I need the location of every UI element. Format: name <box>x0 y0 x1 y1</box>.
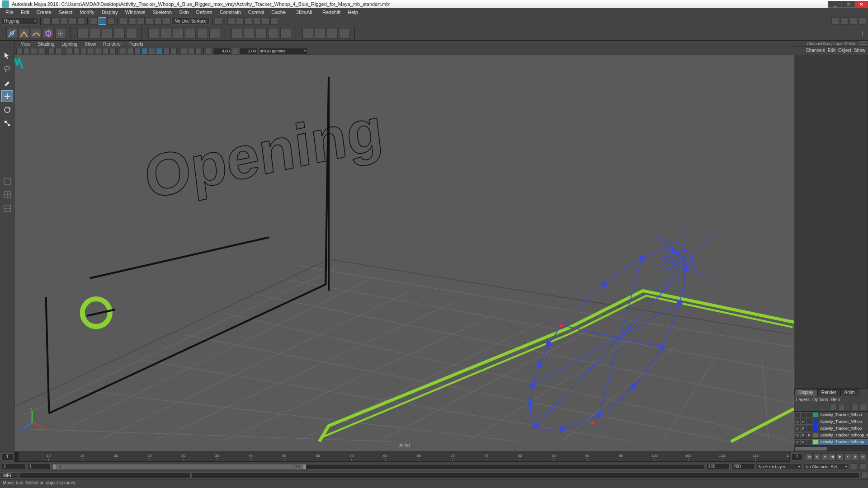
shelf-ikspline-icon[interactable] <box>31 28 42 39</box>
window-minimize-button[interactable]: _ <box>828 1 842 8</box>
vt-ao[interactable] <box>156 48 162 54</box>
shelf-humanik-icon[interactable] <box>77 28 88 39</box>
le-menu-layers[interactable]: Layers <box>796 397 810 402</box>
vt-field-chart[interactable] <box>95 48 101 54</box>
layer-visibility-toggle[interactable]: V <box>794 439 801 445</box>
select-by-hierarchy-button[interactable] <box>90 17 98 25</box>
shelf-deform4-icon[interactable] <box>339 28 350 39</box>
le-menu-help[interactable]: Help <box>830 397 840 402</box>
tab-render[interactable]: Render <box>817 389 840 396</box>
layer-row[interactable]: VPActivity_Tracker_Whoo <box>794 425 868 432</box>
panel-menu-panels[interactable]: Panels <box>126 41 147 47</box>
vt-safe-action[interactable] <box>102 48 108 54</box>
layer-row[interactable]: VPActivity_Tracker_Whoop <box>794 439 868 446</box>
sidebar-toggle-3[interactable] <box>849 17 857 25</box>
vt-image-plane[interactable] <box>38 48 44 54</box>
snap-plane-button[interactable] <box>146 17 153 25</box>
move-tool[interactable] <box>1 90 13 102</box>
anim-end-field[interactable]: 200 <box>731 464 755 470</box>
layer-display-type-toggle[interactable]: R <box>806 432 812 438</box>
shelf-paint-icon[interactable] <box>148 28 159 39</box>
save-scene-button[interactable] <box>60 17 68 25</box>
panel-float-icon[interactable] <box>859 41 863 45</box>
vt-exposure-icon[interactable] <box>206 48 212 54</box>
shelf-constraint2-icon[interactable] <box>244 28 255 39</box>
layer-row[interactable]: VPActivity_Tracker_Whoo <box>794 418 868 425</box>
ipr-render-button[interactable] <box>236 17 244 25</box>
layer-playback-toggle[interactable]: P <box>800 419 807 425</box>
shelf-constraint1-icon[interactable] <box>231 28 242 39</box>
menu-constrain[interactable]: Constrain <box>216 9 245 16</box>
menu-cache[interactable]: Cache <box>268 9 289 16</box>
step-back-button[interactable]: ◂ <box>821 453 828 460</box>
vt-smooth-shade[interactable] <box>127 48 133 54</box>
panel-menu-renderer[interactable]: Renderer <box>99 41 126 47</box>
menu-help[interactable]: Help <box>344 9 362 16</box>
shelf-ik-icon[interactable] <box>19 28 29 39</box>
redo-button[interactable] <box>77 17 85 25</box>
auto-key-button[interactable] <box>851 463 858 470</box>
menu-windows[interactable]: Windows <box>122 9 149 16</box>
select-by-component-button[interactable] <box>107 17 115 25</box>
vt-textured[interactable] <box>134 48 141 54</box>
lasso-tool[interactable] <box>1 63 13 75</box>
sidebar-toggle-1[interactable] <box>831 17 839 25</box>
layer-playback-toggle[interactable]: P <box>800 432 807 438</box>
shelf-bind2-icon[interactable] <box>114 28 125 39</box>
snap-point-button[interactable] <box>137 17 145 25</box>
last-tool[interactable] <box>1 146 13 158</box>
shelf-deform2-icon[interactable] <box>315 28 326 39</box>
step-forward-button[interactable]: ▸ <box>844 453 851 460</box>
layout-single[interactable] <box>1 175 13 187</box>
shelf-mirror-icon[interactable] <box>160 28 171 39</box>
vt-shadows[interactable] <box>149 48 155 54</box>
script-editor-button[interactable] <box>861 472 868 479</box>
vt-gamma-icon[interactable] <box>232 48 238 54</box>
anim-start-field[interactable]: 1 <box>2 464 25 470</box>
vt-gamma-field[interactable]: 1.00 <box>239 48 257 54</box>
script-lang-label[interactable]: MEL <box>0 472 18 479</box>
vt-isolate[interactable] <box>181 48 187 54</box>
tab-display[interactable]: Display <box>794 389 817 396</box>
menu-file[interactable]: File <box>2 9 17 16</box>
shelf-skeleton-icon[interactable] <box>90 28 100 39</box>
layout-outliner[interactable] <box>1 223 13 235</box>
shelf-lattice-icon[interactable] <box>55 28 66 39</box>
shelf-cluster-icon[interactable] <box>43 28 54 39</box>
go-start-button[interactable]: |◂ <box>806 453 813 460</box>
shelf-constraint4-icon[interactable] <box>268 28 279 39</box>
layer-color-swatch[interactable] <box>813 419 818 424</box>
shelf-bind3-icon[interactable] <box>126 28 137 39</box>
le-menu-options[interactable]: Options <box>812 397 828 402</box>
range-end-field[interactable]: 120 <box>706 464 730 470</box>
menu-display[interactable]: Display <box>98 9 122 16</box>
make-live-button[interactable] <box>163 17 170 25</box>
vt-grid[interactable] <box>66 48 72 54</box>
layer-new-selected-button[interactable] <box>859 404 866 410</box>
vt-motion-blur[interactable] <box>163 48 170 54</box>
layer-display-type-toggle[interactable] <box>806 426 812 432</box>
layer-move-up-button[interactable] <box>830 404 837 410</box>
tab-anim[interactable]: Anim <box>840 389 859 396</box>
layer-visibility-toggle[interactable] <box>794 412 801 418</box>
menu-set-dropdown[interactable]: Rigging <box>2 18 38 25</box>
panel-menu-shading[interactable]: Shading <box>34 41 58 47</box>
vt-select-cam[interactable] <box>16 48 23 54</box>
paint-select-tool[interactable] <box>1 77 13 89</box>
layer-visibility-toggle[interactable]: V <box>794 432 801 438</box>
snap-grid-button[interactable] <box>120 17 127 25</box>
scale-tool[interactable] <box>1 117 13 129</box>
hypershade-button[interactable] <box>253 17 261 25</box>
menu-deform[interactable]: Deform <box>193 9 216 16</box>
menu-skin[interactable]: Skin <box>175 9 192 16</box>
undo-button[interactable] <box>69 17 76 25</box>
layer-display-type-toggle[interactable] <box>806 412 812 418</box>
vt-xray-joints[interactable] <box>195 48 202 54</box>
vt-gate-mask[interactable] <box>88 48 94 54</box>
shelf-smooth-icon[interactable] <box>173 28 184 39</box>
timeslider-track[interactable]: 1101520253035404550556065707580859095100… <box>14 452 790 462</box>
cb-menu-edit[interactable]: Edit <box>828 48 835 53</box>
layer-color-swatch[interactable] <box>813 440 818 444</box>
vt-xray[interactable] <box>188 48 194 54</box>
layer-row[interactable]: VPRActivity_Tracker_Whoop_4_Bl <box>794 432 868 439</box>
